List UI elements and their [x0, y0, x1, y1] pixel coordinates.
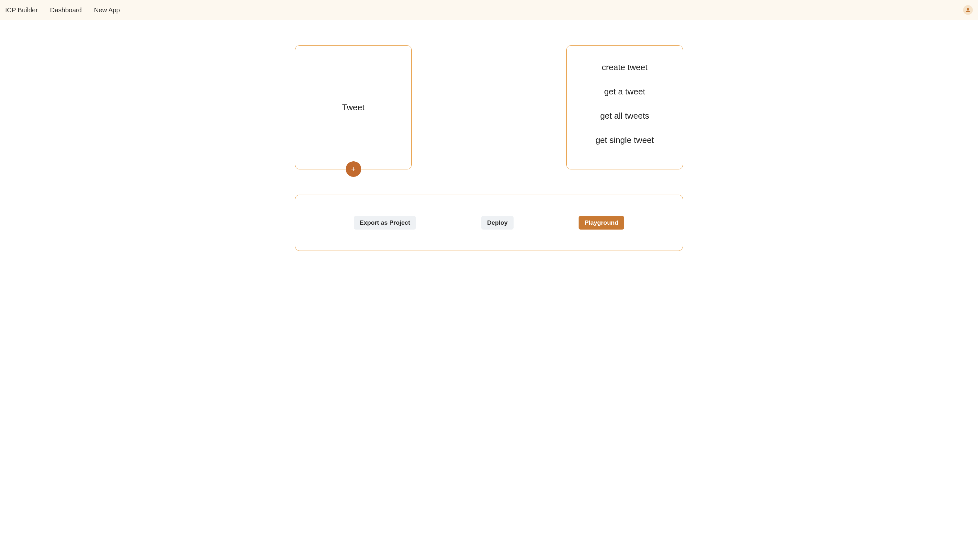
method-get-a-tweet[interactable]: get a tweet [604, 87, 645, 97]
method-get-single-tweet[interactable]: get single tweet [596, 135, 654, 145]
methods-card: create tweet get a tweet get all tweets … [566, 45, 683, 169]
cards-row: Tweet + create tweet get a tweet get all… [295, 45, 683, 169]
svg-point-0 [967, 8, 969, 10]
export-button[interactable]: Export as Project [354, 216, 416, 230]
app-title: ICP Builder [5, 7, 38, 14]
deploy-button[interactable]: Deploy [481, 216, 513, 230]
topbar-left: ICP Builder Dashboard New App [5, 7, 120, 14]
avatar[interactable] [963, 5, 973, 15]
nav-dashboard[interactable]: Dashboard [50, 7, 82, 14]
method-create-tweet[interactable]: create tweet [602, 62, 648, 72]
entity-card[interactable]: Tweet + [295, 45, 412, 169]
add-entity-button[interactable]: + [346, 161, 361, 177]
nav-new-app[interactable]: New App [94, 7, 120, 14]
entity-name: Tweet [342, 102, 364, 113]
main-content: Tweet + create tweet get a tweet get all… [274, 20, 704, 270]
topbar: ICP Builder Dashboard New App [0, 0, 978, 20]
actions-panel: Export as Project Deploy Playground [295, 195, 683, 251]
plus-icon: + [351, 165, 355, 173]
method-get-all-tweets[interactable]: get all tweets [600, 111, 649, 121]
playground-button[interactable]: Playground [579, 216, 624, 230]
user-icon [965, 7, 971, 13]
